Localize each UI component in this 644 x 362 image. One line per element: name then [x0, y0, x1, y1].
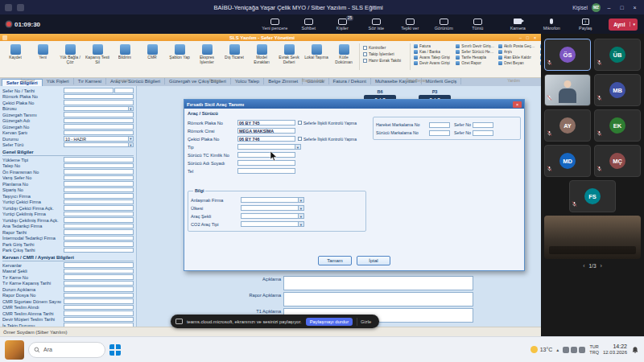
checkbox-icon[interactable]: [298, 121, 302, 125]
field-input[interactable]: [64, 274, 134, 280]
leave-dropdown-icon[interactable]: [630, 22, 638, 27]
ribbon-button[interactable]: Kapanış Testi Sil: [84, 43, 111, 65]
field-input[interactable]: [64, 262, 134, 268]
participant-tile[interactable]: EK: [594, 109, 641, 142]
field-input[interactable]: [64, 217, 134, 223]
dialog-field-input[interactable]: MEGA MAKSİMA: [237, 128, 295, 134]
field-input[interactable]: [64, 163, 134, 169]
field-input[interactable]: [64, 124, 134, 130]
hide-banner-button[interactable]: Gizle: [357, 318, 374, 326]
ribbon-checkbox[interactable]: Takip İşlemleri: [363, 51, 407, 56]
participant-tile[interactable]: MÇ: [594, 145, 641, 177]
field-input[interactable]: [64, 293, 134, 298]
dialog-field-input[interactable]: [237, 152, 295, 158]
field-input[interactable]: [64, 181, 134, 187]
tab[interactable]: Fatura / Dekont: [329, 78, 371, 84]
ribbon-button[interactable]: Ekspres İşlemler: [193, 43, 221, 65]
dialog-marking-input[interactable]: [429, 122, 450, 128]
dialog-titlebar[interactable]: Fırsatlı Sicil Araç Tanımı: [184, 100, 524, 109]
dialog-close-button[interactable]: [513, 101, 522, 108]
ribbon-small-button[interactable]: Akıllı Posta Geçmişi: [498, 44, 538, 48]
dropdown-icon[interactable]: [299, 205, 304, 212]
dialog-field-input[interactable]: 06 BY 746: [237, 136, 295, 142]
field-input[interactable]: [64, 112, 134, 117]
maximize-button[interactable]: [617, 5, 626, 10]
dialog-field-input[interactable]: 06 BY 745: [237, 120, 295, 126]
ribbon-small-button[interactable]: Özet Rapor: [456, 61, 495, 65]
field-input[interactable]: [64, 281, 134, 286]
field-input[interactable]: [64, 298, 134, 304]
dialog-bilgi-input[interactable]: [241, 221, 299, 228]
field-input[interactable]: [64, 175, 134, 181]
teams-nav-icon[interactable]: [17, 4, 24, 11]
participant-tile[interactable]: ÖS: [544, 39, 591, 71]
app-close-button[interactable]: [531, 35, 539, 40]
field-input[interactable]: [64, 286, 134, 292]
meeting-toolbar-button[interactable]: Söz iste: [359, 19, 393, 31]
checkbox-icon[interactable]: [298, 137, 302, 141]
language-switcher[interactable]: TUR TRQ: [589, 344, 599, 354]
ribbon-small-button[interactable]: Sefer Sürücü Hesabı: [456, 50, 495, 54]
battery-icon[interactable]: [579, 347, 585, 353]
field-input[interactable]: 10 - HAZIR: [64, 136, 129, 142]
dropdown-icon[interactable]: [299, 213, 304, 220]
dialog-checkbox[interactable]: Seferle İlişkili Kontrolü Yapma: [298, 121, 357, 125]
field-input[interactable]: [64, 187, 134, 193]
meeting-toolbar-button[interactable]: Yeni pencere: [258, 19, 291, 31]
ribbon-button[interactable]: Kütle Doküman: [330, 43, 357, 65]
description-input[interactable]: [283, 276, 473, 290]
field-input-secondary[interactable]: [114, 88, 134, 93]
ribbon-small-button[interactable]: Kas / Banka: [414, 50, 453, 54]
meeting-toolbar-button[interactable]: Sohbet: [291, 19, 325, 31]
ribbon-button[interactable]: CMR: [138, 43, 166, 65]
ribbon-small-button[interactable]: Arşiv: [498, 50, 538, 54]
dropdown-icon[interactable]: [129, 142, 134, 148]
dialog-bilgi-input[interactable]: [241, 213, 299, 220]
tab[interactable]: Münferit Geçiş: [422, 78, 462, 84]
ribbon-button[interactable]: Bildirim: [111, 43, 138, 65]
field-input[interactable]: [64, 241, 134, 247]
ribbon-button[interactable]: Şablon Yap: [166, 43, 193, 65]
dialog-bilgi-input[interactable]: [241, 205, 299, 212]
meeting-toolbar-button[interactable]: Tepki ver: [393, 19, 427, 31]
volume-icon[interactable]: [571, 347, 577, 353]
ribbon-small-button[interactable]: Tarife Hesapla: [456, 56, 495, 60]
tab[interactable]: Belge Zimmet: [264, 78, 303, 84]
field-input[interactable]: [64, 130, 134, 136]
widgets-button[interactable]: [5, 340, 24, 360]
description-input[interactable]: [283, 292, 473, 306]
meeting-toolbar-button[interactable]: 25 Kişiler: [325, 19, 359, 31]
tray-clock[interactable]: 14:22 12.03.2026: [603, 343, 627, 355]
dropdown-icon[interactable]: [295, 144, 301, 150]
app-maximize-button[interactable]: [524, 35, 531, 40]
ribbon-checkbox[interactable]: Kontroller: [363, 45, 407, 50]
pager-next-icon[interactable]: [601, 263, 602, 269]
network-icon[interactable]: [563, 347, 569, 353]
ribbon-checkbox[interactable]: Hazır Evrak Takibi: [363, 58, 407, 63]
dropdown-icon[interactable]: [129, 106, 134, 112]
dialog-bilgi-input[interactable]: [241, 197, 299, 204]
stop-sharing-button[interactable]: Paylaşmayı durdur: [306, 318, 353, 326]
ribbon-small-button[interactable]: Alan Ekle Kaldır: [498, 56, 538, 60]
dialog-field-input[interactable]: [237, 168, 295, 175]
dialog-seferno-input[interactable]: [473, 130, 493, 136]
field-input[interactable]: [64, 106, 129, 112]
dropdown-icon[interactable]: [299, 197, 304, 204]
search-input[interactable]: Ara: [28, 342, 105, 358]
field-input[interactable]: [64, 169, 134, 175]
close-button[interactable]: [630, 5, 639, 10]
tray-weather[interactable]: 13°C: [530, 346, 553, 353]
field-input[interactable]: [64, 200, 134, 205]
ok-button[interactable]: Tamam: [318, 256, 352, 265]
field-input[interactable]: [64, 205, 134, 211]
pager-prev-icon[interactable]: [583, 263, 584, 269]
field-input[interactable]: [64, 118, 134, 124]
field-input[interactable]: [64, 236, 134, 241]
checkbox-icon[interactable]: [363, 59, 367, 63]
start-button-icon[interactable]: [109, 344, 121, 356]
leave-button[interactable]: Ayrıl: [609, 19, 638, 31]
ribbon-button[interactable]: Kaydet: [2, 43, 29, 65]
minimize-button[interactable]: [605, 5, 613, 10]
dialog-checkbox[interactable]: Seferle İlişkili Kontrolü Yapma: [298, 137, 357, 142]
ribbon-small-button[interactable]: Devir Avans Girişi: [414, 61, 453, 65]
